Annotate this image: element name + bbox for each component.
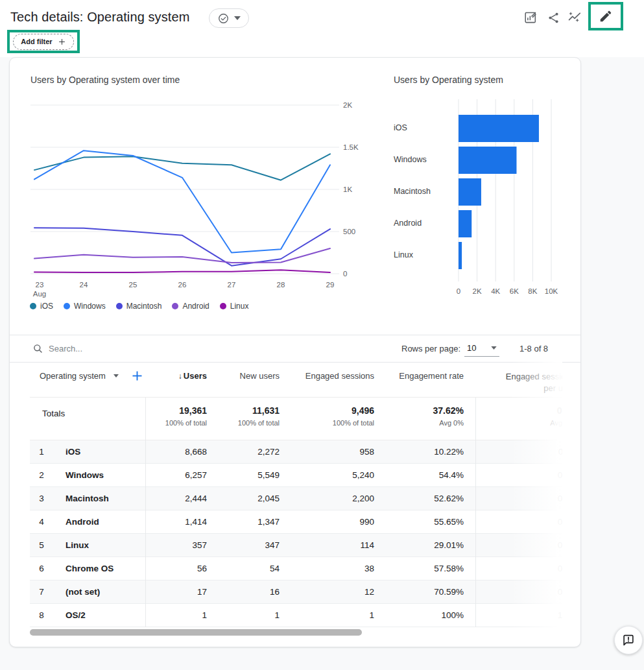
row-new-users: 2,045	[207, 494, 280, 503]
row-engaged-sessions: 990	[280, 517, 374, 527]
totals-users: 19,361100% of total	[145, 398, 207, 440]
bar-Android	[459, 210, 471, 237]
chevron-down-icon	[491, 346, 497, 350]
share-button[interactable]	[545, 10, 561, 25]
column-header-engaged-sessions[interactable]: Engaged sessions	[280, 362, 374, 397]
column-header-users[interactable]: ↓Users	[145, 362, 207, 397]
row-engaged-sessions-per-user: 0.84	[464, 470, 562, 480]
report-status-dropdown[interactable]	[209, 8, 249, 28]
row-engaged-sessions-per-user: 0.32	[464, 540, 562, 550]
x-tick-label: 23	[36, 281, 44, 289]
bar-category-label: Windows	[394, 155, 448, 165]
row-engaged-sessions-per-user: 0.68	[464, 564, 562, 573]
add-dimension-button[interactable]	[130, 369, 144, 383]
bar-iOS	[459, 115, 539, 142]
x-tick-label: 24	[80, 281, 88, 289]
share-icon	[547, 11, 560, 25]
row-os: Chrome OS	[53, 564, 145, 573]
table-row: 8OS/2111100%1.00	[30, 604, 562, 627]
row-engaged-sessions: 38	[280, 564, 374, 573]
row-new-users: 2,272	[207, 447, 280, 457]
table-toolbar: Rows per page: 10 1-8 of 8	[10, 335, 580, 362]
report-card: Users by Operating system over time 2K1.…	[9, 57, 581, 647]
row-rank: 8	[30, 610, 53, 620]
legend-label: Macintosh	[126, 302, 162, 311]
row-engagement-rate: 100%	[374, 610, 464, 620]
check-circle-icon	[217, 12, 230, 25]
line-series-Macintosh	[34, 228, 330, 266]
row-os: iOS	[53, 447, 145, 457]
table-header-row: Operating system ↓Users New users Engage…	[30, 362, 562, 398]
row-users: 56	[145, 564, 207, 573]
customize-chart-button[interactable]	[523, 10, 538, 25]
chevron-down-icon	[234, 16, 241, 20]
row-users: 17	[145, 587, 207, 597]
row-os: Windows	[53, 470, 145, 480]
column-header-engagement-rate[interactable]: Engagement rate	[374, 362, 464, 397]
row-engaged-sessions-per-user: 0.70	[464, 517, 562, 527]
table-row: 2Windows6,2575,5495,24054.4%0.84	[30, 464, 562, 487]
data-table: Operating system ↓Users New users Engage…	[30, 362, 562, 627]
add-filter-button[interactable]: Add filter	[13, 34, 74, 50]
rows-per-page-select[interactable]: 10	[464, 340, 499, 357]
legend-label: Linux	[230, 302, 249, 311]
legend-item-Linux: Linux	[220, 302, 249, 311]
x-tick-label: 10K	[545, 287, 558, 295]
row-os: OS/2	[53, 610, 145, 620]
row-new-users: 1,347	[207, 517, 280, 527]
table-row: 3Macintosh2,4442,0452,20052.62%0.90	[30, 487, 562, 510]
annotation-highlight-edit	[588, 2, 623, 30]
legend-label: iOS	[40, 302, 53, 311]
legend-item-Windows: Windows	[64, 302, 106, 311]
row-rank: 6	[30, 564, 53, 573]
row-users: 357	[145, 540, 207, 550]
feedback-icon	[621, 633, 636, 647]
row-users: 2,444	[145, 494, 207, 503]
table-row: 1iOS8,6682,27295810.22%0.11	[30, 440, 562, 464]
dimension-header-label: Operating system	[40, 371, 106, 381]
x-tick-label: 26	[178, 281, 187, 289]
row-rank: 5	[30, 540, 53, 550]
row-engaged-sessions-per-user: 0.11	[464, 447, 562, 457]
search-icon	[32, 342, 44, 355]
x-tick-label: 25	[129, 281, 137, 289]
row-os: Macintosh	[53, 494, 145, 503]
row-users: 6,257	[145, 470, 207, 480]
dimension-header-dropdown[interactable]: Operating system	[30, 362, 145, 397]
column-header-engaged-sessions-per-user[interactable]: Engaged sessions per user	[464, 362, 562, 397]
row-rank: 2	[30, 470, 53, 480]
row-engagement-rate: 57.58%	[374, 564, 464, 573]
row-engagement-rate: 70.59%	[374, 587, 464, 597]
y-tick-label: 1K	[343, 185, 352, 193]
x-tick-label: 27	[228, 281, 236, 289]
row-new-users: 54	[207, 564, 280, 573]
edit-report-button[interactable]	[598, 8, 614, 24]
x-sublabel: Aug	[33, 290, 46, 298]
legend-label: Windows	[74, 302, 106, 311]
x-tick-label: 0	[457, 287, 460, 295]
plus-icon	[58, 38, 66, 46]
sort-desc-icon: ↓	[178, 372, 182, 381]
column-header-new-users[interactable]: New users	[207, 362, 280, 397]
row-engaged-sessions-per-user: 0.90	[464, 494, 562, 503]
bar-Macintosh	[459, 178, 481, 206]
horizontal-scrollbar[interactable]	[30, 629, 362, 636]
bar-chart: 02K4K6K8K10K	[447, 98, 583, 305]
row-rank: 3	[30, 494, 53, 503]
insights-button[interactable]	[567, 10, 582, 25]
row-os: Linux	[53, 540, 145, 550]
totals-row: Totals 19,361100% of total 11,631100% of…	[30, 398, 562, 440]
feedback-button[interactable]	[614, 626, 643, 654]
row-rank: 1	[30, 447, 53, 457]
legend-item-iOS: iOS	[30, 302, 53, 311]
pagination-range: 1-8 of 8	[519, 344, 548, 353]
x-tick-label: 8K	[528, 287, 537, 295]
row-engaged-sessions-per-user: 0.70	[464, 587, 562, 597]
row-new-users: 5,549	[207, 470, 280, 480]
column-divider	[475, 398, 476, 627]
bar-category-label: Macintosh	[394, 187, 448, 197]
legend-label: Android	[182, 302, 209, 311]
row-users: 1	[145, 610, 207, 620]
search-input[interactable]	[49, 341, 243, 355]
legend-dot	[172, 303, 178, 309]
